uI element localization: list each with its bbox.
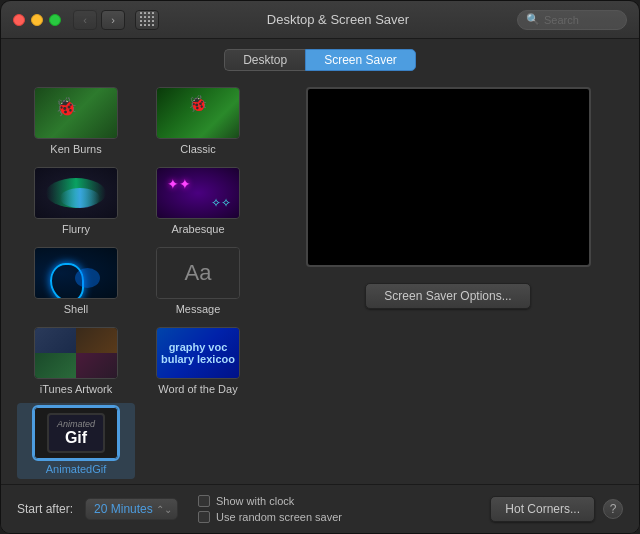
saver-label-message: Message <box>176 303 221 315</box>
main-content: Ken Burns Classic Flurry <box>1 79 639 484</box>
thumb-wotd-image: graphy vocbulary lexicoo <box>157 328 239 378</box>
screen-saver-options-button[interactable]: Screen Saver Options... <box>365 283 530 309</box>
thumb-message-image: Aa <box>157 248 239 298</box>
show-clock-label: Show with clock <box>216 495 294 507</box>
minimize-button[interactable] <box>31 14 43 26</box>
random-saver-label: Use random screen saver <box>216 511 342 523</box>
bottom-bar: Start after: 1 Minute 2 Minutes 5 Minute… <box>1 484 639 533</box>
saver-list: Ken Burns Classic Flurry <box>17 79 257 484</box>
preview-panel: Screen Saver Options... <box>273 79 623 484</box>
saver-item-flurry[interactable]: Flurry <box>17 163 135 239</box>
saver-label-itunes-artwork: iTunes Artwork <box>40 383 112 395</box>
help-button[interactable]: ? <box>603 499 623 519</box>
window-title: Desktop & Screen Saver <box>159 12 517 27</box>
saver-thumb-animated-gif: Animated Gif <box>34 407 118 459</box>
thumb-itunes-image <box>35 328 117 378</box>
saver-thumb-message: Aa <box>156 247 240 299</box>
saver-item-animated-gif[interactable]: Animated Gif AnimatedGif <box>17 403 135 479</box>
saver-item-message[interactable]: Aa Message <box>139 243 257 319</box>
start-after-select[interactable]: 1 Minute 2 Minutes 5 Minutes 10 Minutes … <box>85 498 178 520</box>
saver-thumb-flurry <box>34 167 118 219</box>
thumb-arabesque-image <box>157 168 239 218</box>
search-placeholder: Search <box>544 14 579 26</box>
start-after-label: Start after: <box>17 502 73 516</box>
grid-button[interactable] <box>135 10 159 30</box>
thumb-animgif-image: Animated Gif <box>35 408 117 458</box>
search-icon: 🔍 <box>526 13 540 26</box>
tab-screen-saver[interactable]: Screen Saver <box>305 49 416 71</box>
preview-screen <box>306 87 591 267</box>
back-button[interactable]: ‹ <box>73 10 97 30</box>
right-buttons: Hot Corners... ? <box>490 496 623 522</box>
maximize-button[interactable] <box>49 14 61 26</box>
saver-thumb-arabesque <box>156 167 240 219</box>
saver-label-shell: Shell <box>64 303 88 315</box>
saver-item-classic[interactable]: Classic <box>139 83 257 159</box>
checkboxes: Show with clock Use random screen saver <box>198 495 342 523</box>
saver-label-flurry: Flurry <box>62 223 90 235</box>
gif-big-label: Gif <box>57 429 95 447</box>
grid-icon <box>140 12 155 27</box>
saver-item-ken-burns[interactable]: Ken Burns <box>17 83 135 159</box>
saver-label-ken-burns: Ken Burns <box>50 143 101 155</box>
thumb-classic-image <box>157 88 239 138</box>
forward-icon: › <box>111 14 115 26</box>
random-saver-row[interactable]: Use random screen saver <box>198 511 342 523</box>
show-clock-row[interactable]: Show with clock <box>198 495 342 507</box>
saver-item-word-of-the-day[interactable]: graphy vocbulary lexicoo Word of the Day <box>139 323 257 399</box>
search-box[interactable]: 🔍 Search <box>517 10 627 30</box>
title-bar: ‹ › Desktop & Screen Saver 🔍 Search <box>1 1 639 39</box>
gif-badge: Animated Gif <box>47 413 105 453</box>
saver-thumb-shell <box>34 247 118 299</box>
thumb-shell-image <box>35 248 117 298</box>
show-clock-checkbox[interactable] <box>198 495 210 507</box>
main-window: ‹ › Desktop & Screen Saver 🔍 Search Desk… <box>0 0 640 534</box>
tabs-bar: Desktop Screen Saver <box>1 39 639 79</box>
gif-animated-label: Animated <box>57 419 95 429</box>
saver-thumb-itunes-artwork <box>34 327 118 379</box>
saver-thumb-classic <box>156 87 240 139</box>
traffic-lights <box>13 14 61 26</box>
saver-thumb-ken-burns <box>34 87 118 139</box>
forward-button[interactable]: › <box>101 10 125 30</box>
saver-label-classic: Classic <box>180 143 215 155</box>
saver-label-animated-gif: AnimatedGif <box>46 463 107 475</box>
start-select-wrapper[interactable]: 1 Minute 2 Minutes 5 Minutes 10 Minutes … <box>85 498 178 520</box>
saver-grid: Ken Burns Classic Flurry <box>17 83 257 479</box>
nav-buttons: ‹ › <box>73 10 159 30</box>
saver-thumb-word-of-the-day: graphy vocbulary lexicoo <box>156 327 240 379</box>
thumb-flurry-image <box>35 168 117 218</box>
saver-item-arabesque[interactable]: Arabesque <box>139 163 257 239</box>
back-icon: ‹ <box>83 14 87 26</box>
saver-label-arabesque: Arabesque <box>171 223 224 235</box>
hot-corners-button[interactable]: Hot Corners... <box>490 496 595 522</box>
random-saver-checkbox[interactable] <box>198 511 210 523</box>
tab-desktop[interactable]: Desktop <box>224 49 305 71</box>
saver-item-itunes-artwork[interactable]: iTunes Artwork <box>17 323 135 399</box>
thumb-kenburns-image <box>35 88 117 138</box>
close-button[interactable] <box>13 14 25 26</box>
saver-label-word-of-the-day: Word of the Day <box>158 383 237 395</box>
saver-item-shell[interactable]: Shell <box>17 243 135 319</box>
